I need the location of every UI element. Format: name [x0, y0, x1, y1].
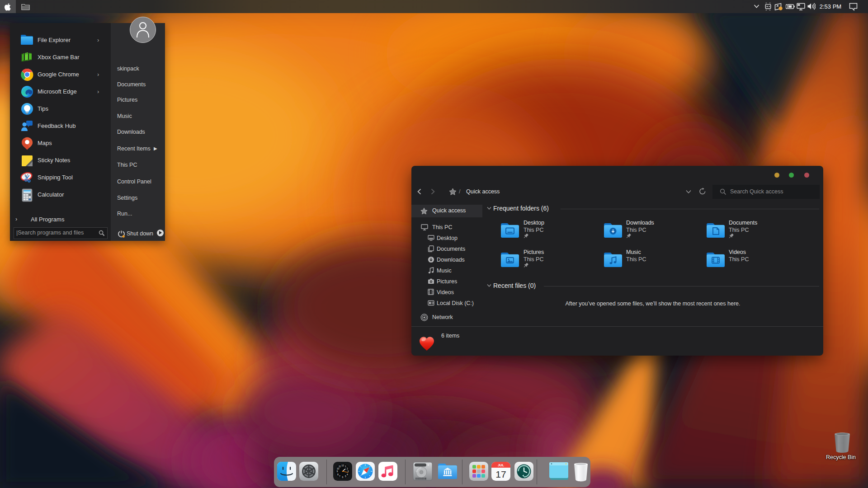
svg-text:JUL: JUL	[498, 463, 505, 467]
svg-text:11: 11	[339, 465, 341, 468]
svg-text:17: 17	[495, 469, 506, 479]
svg-text:1: 1	[345, 465, 346, 468]
svg-text:5: 5	[345, 475, 346, 478]
svg-text:4: 4	[347, 473, 348, 476]
svg-text:6: 6	[342, 476, 344, 479]
svg-text:2: 2	[347, 467, 348, 470]
svg-text:12: 12	[341, 464, 344, 467]
svg-text:9: 9	[337, 470, 338, 473]
svg-text:7: 7	[339, 475, 340, 478]
svg-text:8: 8	[337, 473, 339, 476]
